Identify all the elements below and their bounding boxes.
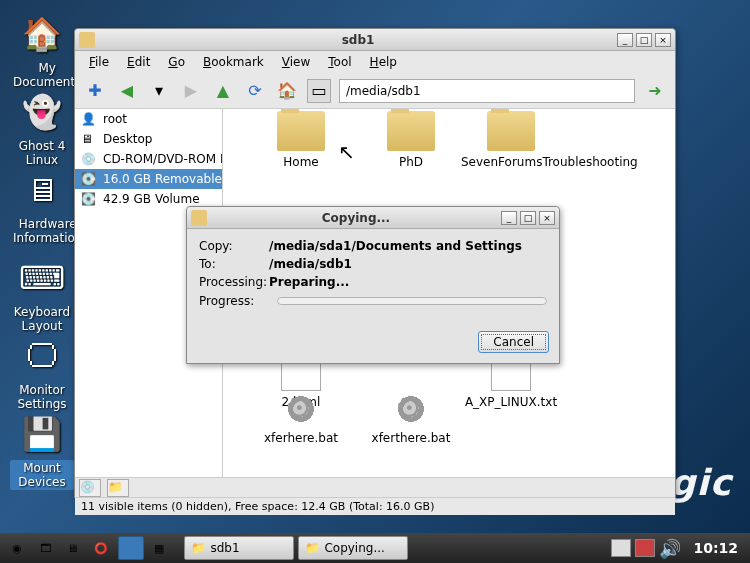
desktop-icon-my-documents[interactable]: 🏠My Documents: [10, 10, 74, 90]
view-mode-button[interactable]: ▭: [307, 79, 331, 103]
menu-view[interactable]: View: [274, 52, 318, 72]
history-dropdown[interactable]: ▾: [147, 79, 171, 103]
network-icon[interactable]: [635, 539, 655, 557]
task-copying[interactable]: 📁 Copying...: [298, 536, 408, 560]
folder-icon: 📁: [305, 541, 320, 555]
display-button[interactable]: 🖥: [61, 536, 84, 560]
start-menu-button[interactable]: ◉: [4, 536, 30, 560]
help-button[interactable]: ⭕: [88, 536, 114, 560]
copy-label: Copy:: [199, 239, 269, 253]
gear-icon: [283, 391, 319, 427]
sidebar-item-cd-rom-dvd-rom-drive[interactable]: 💿CD-ROM/DVD-ROM Drive: [75, 149, 222, 169]
processing-label: Processing:: [199, 275, 269, 289]
maximize-button[interactable]: □: [636, 33, 652, 47]
desktop-icon-monitor-settings[interactable]: 🖵Monitor Settings: [10, 332, 74, 412]
icon-label: Ghost 4 Linux: [10, 138, 74, 168]
minimize-button[interactable]: _: [617, 33, 633, 47]
close-button[interactable]: ×: [539, 211, 555, 225]
show-desktop-button[interactable]: 🗔: [34, 536, 57, 560]
file-label: Home: [251, 155, 351, 169]
desktop-icon-hardware-information[interactable]: 🖥Hardware Information: [10, 166, 74, 246]
file-label: PhD: [361, 155, 461, 169]
icon-label: Mount Devices: [10, 460, 74, 490]
file-item-xferthere-bat[interactable]: xferthere.bat: [361, 391, 461, 445]
toolbar: ✚ ◀ ▾ ▶ ▲ ⟳ 🏠 ▭ ➜: [75, 73, 675, 109]
menu-file[interactable]: File: [81, 52, 117, 72]
home-button[interactable]: 🏠: [275, 79, 299, 103]
desktop-icon-ghost-4-linux[interactable]: 👻Ghost 4 Linux: [10, 88, 74, 168]
tray-icon[interactable]: [611, 539, 631, 557]
file-item-phd[interactable]: PhD: [361, 111, 461, 169]
icon-label: Keyboard Layout: [10, 304, 74, 334]
menu-go[interactable]: Go: [160, 52, 193, 72]
menu-help[interactable]: Help: [362, 52, 405, 72]
folder-icon: [191, 210, 207, 226]
to-label: To:: [199, 257, 269, 271]
icon-label: Monitor Settings: [10, 382, 74, 412]
file-item-sevenforumstroubleshooting[interactable]: SevenForumsTroubleshooting: [461, 111, 561, 169]
go-button[interactable]: ➜: [643, 79, 667, 103]
app-icon: 👻: [18, 88, 66, 136]
folder-open-icon[interactable]: 📁: [107, 479, 129, 497]
file-label: xferhere.bat: [251, 431, 351, 445]
fm-titlebar[interactable]: sdb1 _ □ ×: [75, 29, 675, 51]
file-label: A_XP_LINUX.txt: [461, 395, 561, 409]
menu-tool[interactable]: Tool: [320, 52, 359, 72]
file-label: SevenForumsTroubleshooting: [461, 155, 561, 169]
cancel-button[interactable]: Cancel: [478, 331, 549, 353]
taskbar: ◉ 🗔 🖥 ⭕ ▦ 📁 sdb1 📁 Copying... 🔊 10:12: [0, 533, 750, 563]
copy-value: /media/sda1/Documents and Settings: [269, 239, 522, 253]
folder-icon: 📁: [191, 541, 206, 555]
sidebar-label: root: [103, 112, 127, 126]
folder-icon: [487, 111, 535, 151]
folder-icon: [277, 111, 325, 151]
sidebar-item-16-0-gb-removable-volume[interactable]: 💽16.0 GB Removable Volume: [75, 169, 222, 189]
gear-icon: [393, 391, 429, 427]
processing-value: Preparing...: [269, 275, 349, 289]
calendar-button[interactable]: ▦: [148, 536, 170, 560]
drive-icon: 💽: [81, 172, 97, 186]
desktop-icon: 🖥: [81, 132, 97, 146]
bottom-toolbar: 💿 📁: [75, 477, 675, 497]
task-label: sdb1: [210, 541, 239, 555]
back-button[interactable]: ◀: [115, 79, 139, 103]
sidebar-label: 16.0 GB Removable Volume: [103, 172, 223, 186]
maximize-button[interactable]: □: [520, 211, 536, 225]
sidebar-label: CD-ROM/DVD-ROM Drive: [103, 152, 223, 166]
file-item-home[interactable]: Home: [251, 111, 351, 169]
sidebar-label: 42.9 GB Volume: [103, 192, 200, 206]
dlg-title: Copying...: [211, 211, 501, 225]
fm-title: sdb1: [99, 33, 617, 47]
forward-button[interactable]: ▶: [179, 79, 203, 103]
add-tab-button[interactable]: ✚: [83, 79, 107, 103]
desktop-icon-keyboard-layout[interactable]: ⌨Keyboard Layout: [10, 254, 74, 334]
refresh-button[interactable]: ⟳: [243, 79, 267, 103]
app-icon: 🏠: [18, 10, 66, 58]
menubar: FileEditGoBookmarkViewToolHelp: [75, 51, 675, 73]
drive-icon: 💽: [81, 192, 97, 206]
desktop-icon-mount-devices[interactable]: 💾Mount Devices: [10, 410, 74, 490]
to-value: /media/sdb1: [269, 257, 352, 271]
file-item-xferhere-bat[interactable]: xferhere.bat: [251, 391, 351, 445]
task-sdb1[interactable]: 📁 sdb1: [184, 536, 294, 560]
sidebar-item-root[interactable]: 👤root: [75, 109, 222, 129]
volume-icon[interactable]: 🔊: [659, 538, 681, 559]
file-label: xferthere.bat: [361, 431, 461, 445]
task-label: Copying...: [324, 541, 384, 555]
app-icon: ⌨: [18, 254, 66, 302]
close-button[interactable]: ×: [655, 33, 671, 47]
folder-icon: [387, 111, 435, 151]
minimize-button[interactable]: _: [501, 211, 517, 225]
drive-icon[interactable]: 💿: [79, 479, 101, 497]
progress-bar: [277, 293, 547, 309]
sidebar-item-desktop[interactable]: 🖥Desktop: [75, 129, 222, 149]
user-icon: 👤: [81, 112, 97, 126]
dlg-titlebar[interactable]: Copying... _ □ ×: [187, 207, 559, 229]
up-button[interactable]: ▲: [211, 79, 235, 103]
window-list-button[interactable]: [118, 536, 144, 560]
menu-edit[interactable]: Edit: [119, 52, 158, 72]
statusbar: 11 visible items (0 hidden), Free space:…: [75, 497, 675, 515]
clock[interactable]: 10:12: [685, 540, 746, 556]
menu-bookmark[interactable]: Bookmark: [195, 52, 272, 72]
address-bar[interactable]: [339, 79, 635, 103]
